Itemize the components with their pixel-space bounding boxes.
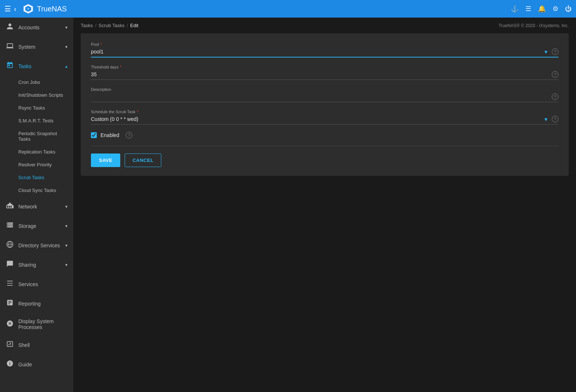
sidebar-item-sharing-label: Sharing xyxy=(18,262,36,268)
sidebar-item-init-shutdown[interactable]: Init/Shutdown Scripts xyxy=(0,89,73,101)
schedule-required: * xyxy=(137,110,138,114)
sidebar-item-rsync-tasks[interactable]: Rsync Tasks xyxy=(0,101,73,114)
sidebar-item-display-label: Display System Processes xyxy=(18,318,67,330)
form-divider xyxy=(91,146,558,146)
trident-icon[interactable]: ⚓ xyxy=(511,5,519,13)
breadcrumb-scrub-tasks[interactable]: Scrub Tasks xyxy=(99,23,125,28)
sidebar-item-cloud-sync-tasks[interactable]: Cloud Sync Tasks xyxy=(0,184,73,197)
guide-icon xyxy=(6,360,14,369)
threshold-required: * xyxy=(120,65,121,69)
sidebar-item-system[interactable]: System ▾ xyxy=(0,37,73,56)
schedule-label: Schedule the Scrub Task * xyxy=(91,110,558,114)
rsync-tasks-label: Rsync Tasks xyxy=(18,105,45,111)
tasks-icon[interactable]: ☰ xyxy=(525,5,531,13)
enabled-checkbox-row: Enabled ? xyxy=(91,132,558,138)
description-field: Description ? xyxy=(91,87,558,102)
tasks-arrow-icon: ▴ xyxy=(65,64,67,69)
enabled-help-icon[interactable]: ? xyxy=(126,132,132,138)
sidebar-item-smart-tests[interactable]: S.M.A.R.T. Tests xyxy=(0,114,73,127)
sidebar-item-tasks[interactable]: Tasks ▴ xyxy=(0,56,73,76)
storage-icon xyxy=(6,221,14,230)
save-button[interactable]: SAVE xyxy=(91,154,120,167)
sidebar-item-periodic-snapshot[interactable]: Periodic Snapshot Tasks xyxy=(0,127,73,145)
sidebar-item-cron-jobs[interactable]: Cron Jobs xyxy=(0,76,73,89)
sidebar-item-services-label: Services xyxy=(18,281,38,287)
sidebar: Accounts ▾ System ▾ Tasks ▴ Cron Jobs In… xyxy=(0,18,73,392)
schedule-input-wrap: ▾ ? xyxy=(91,115,558,125)
enabled-checkbox[interactable] xyxy=(91,132,97,138)
topbar-icons: ⚓ ☰ 🔔 ⚙ ⏻ xyxy=(511,5,572,13)
cancel-button[interactable]: CANCEL xyxy=(125,154,161,167)
directory-services-icon xyxy=(6,241,14,250)
main-layout: Accounts ▾ System ▾ Tasks ▴ Cron Jobs In… xyxy=(0,18,576,392)
sidebar-item-shell-label: Shell xyxy=(18,342,30,348)
schedule-dropdown-icon[interactable]: ▾ xyxy=(544,116,547,123)
replication-tasks-label: Replication Tasks xyxy=(18,149,55,155)
breadcrumb-sep-1: / xyxy=(95,23,96,28)
truenas-logo-icon: T xyxy=(22,3,34,15)
pool-dropdown-icon[interactable]: ▾ xyxy=(544,48,547,55)
notifications-icon[interactable]: 🔔 xyxy=(538,5,546,13)
breadcrumb-tasks[interactable]: Tasks xyxy=(81,23,93,28)
sidebar-item-reporting-label: Reporting xyxy=(18,301,41,307)
periodic-snapshot-label: Periodic Snapshot Tasks xyxy=(18,131,67,142)
sidebar-item-services[interactable]: Services xyxy=(0,274,73,294)
network-arrow-icon: ▾ xyxy=(65,204,67,209)
threshold-label: Threshold days * xyxy=(91,65,558,69)
back-icon[interactable]: ‹ xyxy=(14,5,16,13)
resilver-priority-label: Resilver Priority xyxy=(18,162,52,167)
sidebar-item-network[interactable]: Network ▾ xyxy=(0,197,73,216)
power-icon[interactable]: ⏻ xyxy=(565,5,572,13)
smart-tests-label: S.M.A.R.T. Tests xyxy=(18,118,54,123)
form-actions: SAVE CANCEL xyxy=(91,154,558,167)
services-icon xyxy=(6,280,14,289)
schedule-help-icon[interactable]: ? xyxy=(552,116,558,122)
accounts-arrow-icon: ▾ xyxy=(65,25,67,30)
pool-input-wrap: ▾ ? xyxy=(91,48,558,58)
topbar: ☰ ‹ T TrueNAS ⚓ ☰ 🔔 ⚙ ⏻ xyxy=(0,0,576,18)
edit-scrub-task-form: Pool * ▾ ? Threshold days * ? xyxy=(81,33,569,176)
system-icon xyxy=(6,42,14,51)
storage-arrow-icon: ▾ xyxy=(65,223,67,229)
sharing-arrow-icon: ▾ xyxy=(65,262,67,267)
copyright-text: TrueNAS® © 2020 - iXsystems, Inc. xyxy=(499,23,569,28)
enabled-label: Enabled xyxy=(100,132,119,138)
sidebar-item-directory-services-label: Directory Services xyxy=(18,243,60,248)
sidebar-item-directory-services[interactable]: Directory Services ▾ xyxy=(0,236,73,255)
sidebar-item-sharing[interactable]: Sharing ▾ xyxy=(0,255,73,274)
sidebar-item-scrub-tasks[interactable]: Scrub Tasks xyxy=(0,171,73,184)
description-input-wrap: ? xyxy=(91,93,558,102)
cron-jobs-label: Cron Jobs xyxy=(18,79,40,85)
sidebar-item-tasks-label: Tasks xyxy=(18,63,32,69)
sidebar-item-storage[interactable]: Storage ▾ xyxy=(0,216,73,236)
svg-text:T: T xyxy=(27,7,29,11)
sidebar-item-guide[interactable]: Guide xyxy=(0,355,73,374)
cloud-sync-tasks-label: Cloud Sync Tasks xyxy=(18,188,56,193)
sidebar-item-reporting[interactable]: Reporting xyxy=(0,294,73,313)
shell-icon xyxy=(6,340,14,350)
settings-icon[interactable]: ⚙ xyxy=(553,5,558,13)
sidebar-item-display-system-processes[interactable]: Display System Processes xyxy=(0,313,73,335)
breadcrumb-current: Edit xyxy=(130,23,138,28)
sidebar-item-guide-label: Guide xyxy=(18,362,32,367)
schedule-input[interactable] xyxy=(91,115,544,123)
sidebar-item-replication-tasks[interactable]: Replication Tasks xyxy=(0,145,73,158)
scrub-tasks-label: Scrub Tasks xyxy=(18,175,44,180)
breadcrumb: Tasks / Scrub Tasks / Edit TrueNAS® © 20… xyxy=(73,18,576,33)
directory-arrow-icon: ▾ xyxy=(65,243,67,248)
threshold-help-icon[interactable]: ? xyxy=(552,71,558,78)
threshold-input[interactable] xyxy=(91,71,549,78)
pool-help-icon[interactable]: ? xyxy=(552,48,558,55)
breadcrumb-sep-2: / xyxy=(126,23,128,28)
sidebar-item-shell[interactable]: Shell xyxy=(0,335,73,355)
sidebar-item-resilver-priority[interactable]: Resilver Priority xyxy=(0,158,73,171)
pool-required: * xyxy=(100,42,102,47)
pool-input[interactable] xyxy=(91,48,544,55)
reporting-icon xyxy=(6,299,14,308)
description-input[interactable] xyxy=(91,93,549,100)
menu-icon[interactable]: ☰ xyxy=(4,4,11,13)
sidebar-item-network-label: Network xyxy=(18,204,37,210)
sidebar-item-accounts[interactable]: Accounts ▾ xyxy=(0,18,73,37)
description-help-icon[interactable]: ? xyxy=(552,93,558,100)
description-label: Description xyxy=(91,87,558,92)
